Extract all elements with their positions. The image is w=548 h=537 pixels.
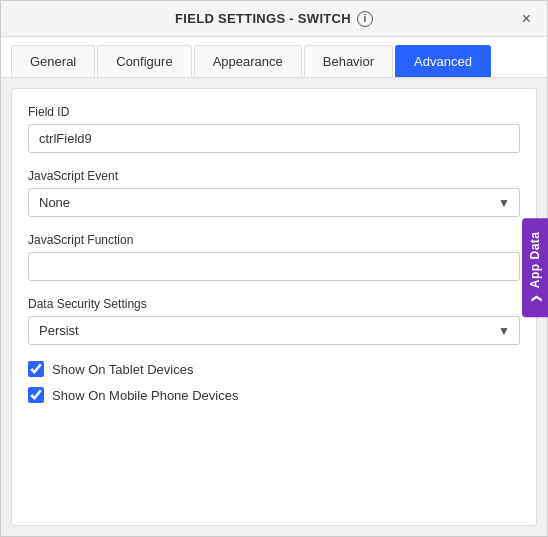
content-panel: Field ID JavaScript Event None ▼ JavaScr… bbox=[11, 88, 537, 526]
js-event-label: JavaScript Event bbox=[28, 169, 520, 183]
app-data-label: App Data bbox=[528, 232, 542, 289]
app-data-tab[interactable]: ❯ App Data bbox=[522, 218, 548, 317]
js-event-select-wrapper: None ▼ bbox=[28, 188, 520, 217]
field-id-label: Field ID bbox=[28, 105, 520, 119]
show-mobile-checkbox[interactable] bbox=[28, 387, 44, 403]
info-icon[interactable]: i bbox=[357, 11, 373, 27]
data-security-select-wrapper: Persist ▼ bbox=[28, 316, 520, 345]
tab-advanced[interactable]: Advanced bbox=[395, 45, 491, 77]
js-function-group: JavaScript Function bbox=[28, 233, 520, 281]
field-id-group: Field ID bbox=[28, 105, 520, 153]
dialog-title: FIELD SETTINGS - SWITCH i bbox=[175, 11, 373, 27]
show-tablet-group: Show On Tablet Devices bbox=[28, 361, 520, 377]
dialog-header: FIELD SETTINGS - SWITCH i × bbox=[1, 1, 547, 37]
show-mobile-group: Show On Mobile Phone Devices bbox=[28, 387, 520, 403]
field-id-input[interactable] bbox=[28, 124, 520, 153]
data-security-select[interactable]: Persist bbox=[28, 316, 520, 345]
app-data-chevron-icon: ❯ bbox=[530, 295, 541, 304]
show-tablet-label: Show On Tablet Devices bbox=[52, 362, 193, 377]
js-function-input[interactable] bbox=[28, 252, 520, 281]
data-security-group: Data Security Settings Persist ▼ bbox=[28, 297, 520, 345]
tab-behavior[interactable]: Behavior bbox=[304, 45, 393, 77]
data-security-label: Data Security Settings bbox=[28, 297, 520, 311]
tab-general[interactable]: General bbox=[11, 45, 95, 77]
js-function-label: JavaScript Function bbox=[28, 233, 520, 247]
dialog-title-text: FIELD SETTINGS - SWITCH bbox=[175, 11, 351, 26]
close-button[interactable]: × bbox=[518, 9, 535, 29]
tab-configure[interactable]: Configure bbox=[97, 45, 191, 77]
tab-appearance[interactable]: Appearance bbox=[194, 45, 302, 77]
js-event-group: JavaScript Event None ▼ bbox=[28, 169, 520, 217]
field-settings-dialog: FIELD SETTINGS - SWITCH i × General Conf… bbox=[0, 0, 548, 537]
js-event-select[interactable]: None bbox=[28, 188, 520, 217]
tabs-bar: General Configure Appearance Behavior Ad… bbox=[1, 37, 547, 78]
main-area: Field ID JavaScript Event None ▼ JavaScr… bbox=[1, 78, 547, 536]
show-tablet-checkbox[interactable] bbox=[28, 361, 44, 377]
show-mobile-label: Show On Mobile Phone Devices bbox=[52, 388, 238, 403]
